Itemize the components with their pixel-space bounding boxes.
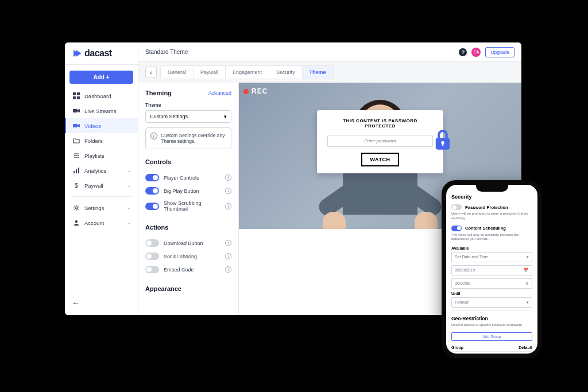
info-icon[interactable]: i <box>225 203 231 209</box>
svg-rect-10 <box>76 169 77 173</box>
back-button[interactable]: ‹ <box>145 67 157 78</box>
nav: Dashboard Live Streams Videos Folders Pl… <box>65 88 138 230</box>
info-box: i Custom Settings override any Theme set… <box>145 127 231 149</box>
time-select[interactable]: 00:00:00⇅ <box>451 278 532 289</box>
sidebar-item-label: Paywall <box>84 183 103 189</box>
toggle[interactable] <box>145 266 159 273</box>
sidebar-item-dashboard[interactable]: Dashboard <box>65 88 138 103</box>
chevron-down-icon: ⌄ <box>127 183 131 188</box>
upgrade-button[interactable]: Upgrade <box>485 47 514 57</box>
content-scheduling-label: Content Scheduling <box>465 226 506 231</box>
logo-icon <box>72 48 82 59</box>
sidebar-item-label: Settings <box>84 205 104 211</box>
toggle-label: Show Scrubbing Thumbnail <box>164 200 220 212</box>
calendar-icon: 📅 <box>524 268 529 273</box>
col-default: Default <box>519 346 532 350</box>
toggle-label: Player Controls <box>164 175 220 181</box>
tab-paywall[interactable]: Paywall <box>194 66 226 79</box>
sidebar-item-videos[interactable]: Videos <box>65 118 138 133</box>
video-icon <box>73 122 80 129</box>
tab-security[interactable]: Security <box>269 66 303 79</box>
watch-button[interactable]: WATCH <box>361 153 400 166</box>
table-row[interactable]: All Countries ✓ <box>451 352 532 354</box>
toggle[interactable] <box>145 187 159 195</box>
collapse-area: ← <box>65 291 138 315</box>
until-label: Until <box>451 292 532 296</box>
sidebar-item-account[interactable]: Account ⌄ <box>65 215 138 230</box>
sidebar-item-label: Dashboard <box>84 93 111 99</box>
sidebar-item-playlists[interactable]: Playlists <box>65 148 138 163</box>
toggle-label: Big Play Button <box>164 188 220 194</box>
logo-text: dacast <box>84 48 112 59</box>
password-desc: Users will be prompted to enter a passwo… <box>451 212 532 221</box>
user-icon <box>73 219 80 226</box>
svg-rect-3 <box>77 96 80 99</box>
toggle[interactable] <box>145 253 159 260</box>
dashboard-icon <box>73 92 80 99</box>
info-icon[interactable]: i <box>225 240 231 246</box>
date-select[interactable]: 05/03/2019📅 <box>451 265 532 275</box>
svg-rect-17 <box>442 142 444 145</box>
info-icon[interactable]: i <box>225 253 231 259</box>
toggle[interactable] <box>145 239 159 247</box>
tab-engagement[interactable]: Engagement <box>226 66 269 79</box>
info-text: Custom Settings override any Theme setti… <box>161 133 226 144</box>
modal-title: THIS CONTENT IS PASSWORD PROTECTED <box>327 118 433 129</box>
sidebar-item-label: Playlists <box>84 153 105 159</box>
password-protection-label: Password Protection <box>465 205 508 210</box>
advanced-link[interactable]: Advanced <box>208 90 231 96</box>
sidebar-item-label: Live Streams <box>84 108 116 114</box>
chevron-down-icon: ⌄ <box>127 205 131 211</box>
geo-title: Geo-Restriction <box>451 316 532 321</box>
lock-icon <box>432 129 454 150</box>
toggle-scrubbing: Show Scrubbing Thumbnail i <box>145 197 231 215</box>
available-label: Available <box>451 246 532 250</box>
until-select[interactable]: Forever▾ <box>451 297 532 308</box>
password-input[interactable] <box>327 135 433 147</box>
toggle[interactable] <box>145 174 159 181</box>
help-icon[interactable]: ? <box>459 48 467 56</box>
toggle-content-scheduling[interactable] <box>451 226 462 231</box>
avatar[interactable]: EA <box>471 48 481 57</box>
folder-icon <box>73 137 80 144</box>
sidebar-item-analytics[interactable]: Analytics ⌄ <box>65 163 138 178</box>
toggle-password-protection[interactable] <box>451 204 462 210</box>
appearance-title: Appearance <box>145 285 231 292</box>
svg-point-14 <box>75 220 78 223</box>
table-header: Group Default <box>451 344 532 352</box>
divider <box>72 196 131 197</box>
playlist-icon <box>73 152 80 159</box>
sidebar-item-livestreams[interactable]: Live Streams <box>65 103 138 118</box>
info-icon[interactable]: i <box>225 266 231 273</box>
phone-screen: Security Password Protection Users will … <box>446 185 537 354</box>
svg-text:$: $ <box>75 182 78 189</box>
info-icon: i <box>150 133 157 139</box>
sidebar-item-settings[interactable]: Settings ⌄ <box>65 200 138 215</box>
collapse-icon[interactable]: ← <box>72 298 80 308</box>
camera-icon <box>73 107 80 114</box>
sidebar-item-paywall[interactable]: $ Paywall ⌄ <box>65 178 138 193</box>
svg-rect-5 <box>73 124 78 127</box>
theming-title: Theming <box>145 90 172 96</box>
controls-title: Controls <box>145 158 231 165</box>
paywall-icon: $ <box>73 182 80 189</box>
toggle[interactable] <box>145 203 159 210</box>
available-select[interactable]: Set Date and Time▾ <box>451 252 532 262</box>
add-group-button[interactable]: Add Group <box>451 332 532 341</box>
chevron-down-icon: ▾ <box>527 255 529 259</box>
tab-theme[interactable]: Theme <box>303 66 333 79</box>
theme-select[interactable]: Custom Settings ▾ <box>145 110 231 123</box>
sidebar-item-label: Folders <box>84 138 103 144</box>
info-icon[interactable]: i <box>225 188 231 194</box>
info-icon[interactable]: i <box>225 174 231 181</box>
sidebar: dacast Add + Dashboard Live Streams Vide… <box>65 42 138 315</box>
rec-text: REC <box>252 87 268 95</box>
actions-title: Actions <box>145 224 231 231</box>
add-button[interactable]: Add + <box>69 71 133 84</box>
svg-rect-4 <box>73 109 78 112</box>
svg-rect-11 <box>78 168 79 173</box>
tab-general[interactable]: General <box>161 66 194 79</box>
chevron-down-icon: ▾ <box>527 300 529 305</box>
gear-icon <box>73 204 80 211</box>
sidebar-item-folders[interactable]: Folders <box>65 133 138 148</box>
